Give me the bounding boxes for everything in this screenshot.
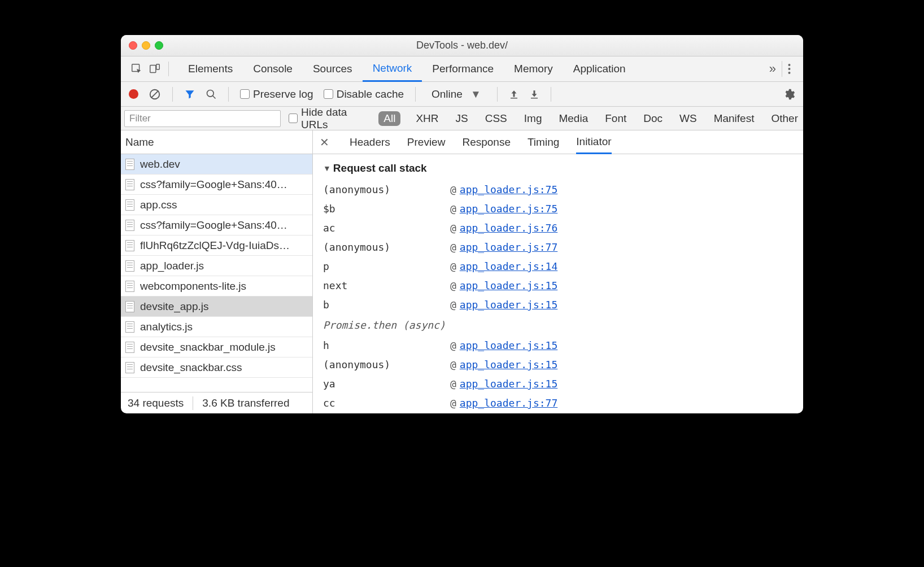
divider bbox=[193, 396, 193, 410]
name-column-header[interactable]: Name bbox=[121, 130, 312, 154]
download-icon[interactable] bbox=[529, 89, 539, 99]
request-name: webcomponents-lite.js bbox=[140, 280, 246, 293]
type-doc[interactable]: Doc bbox=[638, 111, 668, 126]
inspect-element-icon[interactable] bbox=[128, 60, 146, 78]
type-media[interactable]: Media bbox=[553, 111, 593, 126]
type-manifest[interactable]: Manifest bbox=[709, 111, 760, 126]
stack-frame: $b@app_loader.js:75 bbox=[323, 199, 793, 219]
throttling-select[interactable]: Online ▼ bbox=[427, 88, 486, 101]
tab-sources[interactable]: Sources bbox=[303, 56, 363, 82]
svg-point-8 bbox=[207, 90, 214, 97]
fn-name: b bbox=[323, 295, 450, 315]
request-row[interactable]: app_loader.js bbox=[121, 256, 312, 276]
at-sign: @ bbox=[450, 199, 456, 219]
divider bbox=[551, 87, 551, 102]
upload-icon[interactable] bbox=[509, 89, 519, 99]
request-name: app.css bbox=[140, 199, 177, 211]
tab-elements[interactable]: Elements bbox=[178, 56, 243, 82]
file-icon bbox=[125, 179, 134, 190]
tab-headers[interactable]: Headers bbox=[350, 130, 390, 154]
tab-timing[interactable]: Timing bbox=[528, 130, 559, 154]
tab-response[interactable]: Response bbox=[462, 130, 511, 154]
source-link[interactable]: app_loader.js:76 bbox=[460, 219, 557, 238]
detail-tabs: ✕ Headers Preview Response Timing Initia… bbox=[313, 130, 803, 154]
tab-network[interactable]: Network bbox=[363, 56, 422, 82]
tab-memory[interactable]: Memory bbox=[504, 56, 563, 82]
request-row[interactable]: css?family=Google+Sans:40… bbox=[121, 215, 312, 235]
search-icon[interactable] bbox=[206, 89, 217, 100]
at-sign: @ bbox=[450, 276, 456, 295]
filter-input[interactable]: Filter bbox=[124, 110, 281, 127]
disable-cache-checkbox[interactable]: Disable cache bbox=[324, 88, 404, 101]
checkbox-icon bbox=[324, 89, 333, 99]
throttling-value: Online bbox=[432, 88, 463, 101]
source-link[interactable]: app_loader.js:14 bbox=[460, 257, 557, 276]
fn-name: (anonymous) bbox=[323, 180, 450, 199]
request-row[interactable]: webcomponents-lite.js bbox=[121, 276, 312, 296]
filter-placeholder: Filter bbox=[129, 113, 151, 124]
request-name: app_loader.js bbox=[140, 260, 204, 272]
filter-icon[interactable] bbox=[184, 89, 195, 100]
tab-preview[interactable]: Preview bbox=[407, 130, 446, 154]
settings-gear-icon[interactable] bbox=[783, 88, 795, 101]
filter-bar: Filter Hide data URLs All XHR JS CSS Img… bbox=[121, 107, 803, 130]
request-row[interactable]: app.css bbox=[121, 195, 312, 215]
close-panel-icon[interactable]: ✕ bbox=[320, 136, 329, 149]
svg-rect-10 bbox=[511, 98, 517, 99]
tab-performance[interactable]: Performance bbox=[422, 56, 504, 82]
at-sign: @ bbox=[450, 355, 456, 374]
svg-line-7 bbox=[151, 90, 159, 98]
request-row[interactable]: analytics.js bbox=[121, 317, 312, 337]
request-row[interactable]: web.dev bbox=[121, 154, 312, 175]
type-xhr[interactable]: XHR bbox=[411, 111, 443, 126]
source-link[interactable]: app_loader.js:75 bbox=[460, 199, 557, 219]
at-sign: @ bbox=[450, 336, 456, 355]
type-other[interactable]: Other bbox=[766, 111, 803, 126]
tabs-overflow-icon[interactable]: » bbox=[764, 62, 782, 76]
request-row[interactable]: devsite_snackbar_module.js bbox=[121, 337, 312, 357]
tab-initiator[interactable]: Initiator bbox=[576, 130, 611, 154]
record-button[interactable] bbox=[129, 89, 138, 99]
disclosure-triangle-icon: ▼ bbox=[323, 164, 331, 173]
file-icon bbox=[125, 220, 134, 231]
async-boundary-label: Promise.then (async) bbox=[323, 315, 793, 336]
device-toolbar-icon[interactable] bbox=[146, 60, 164, 78]
chevron-down-icon: ▼ bbox=[470, 88, 481, 101]
at-sign: @ bbox=[450, 219, 456, 238]
kebab-menu-icon[interactable] bbox=[782, 61, 796, 77]
source-link[interactable]: app_loader.js:15 bbox=[460, 276, 557, 295]
file-icon bbox=[125, 301, 134, 312]
type-css[interactable]: CSS bbox=[480, 111, 512, 126]
source-link[interactable]: app_loader.js:77 bbox=[460, 238, 557, 257]
source-link[interactable]: app_loader.js:15 bbox=[460, 355, 557, 374]
tab-console[interactable]: Console bbox=[243, 56, 303, 82]
type-all[interactable]: All bbox=[378, 111, 400, 126]
request-row[interactable]: flUhRq6tzZclQEJ-Vdg-IuiaDs… bbox=[121, 235, 312, 256]
source-link[interactable]: app_loader.js:15 bbox=[460, 295, 557, 315]
type-img[interactable]: Img bbox=[519, 111, 547, 126]
request-row[interactable]: css?family=Google+Sans:40… bbox=[121, 175, 312, 195]
source-link[interactable]: app_loader.js:15 bbox=[460, 374, 557, 394]
main-tabbar: Elements Console Sources Network Perform… bbox=[121, 56, 803, 82]
type-ws[interactable]: WS bbox=[674, 111, 702, 126]
type-js[interactable]: JS bbox=[451, 111, 473, 126]
divider bbox=[172, 87, 173, 102]
callstack-header[interactable]: ▼ Request call stack bbox=[323, 162, 793, 175]
request-row[interactable]: devsite_app.js bbox=[121, 296, 312, 317]
divider bbox=[168, 62, 169, 76]
tab-application[interactable]: Application bbox=[563, 56, 636, 82]
disable-cache-label: Disable cache bbox=[337, 88, 404, 101]
divider bbox=[415, 87, 416, 102]
hide-data-urls-label: Hide data URLs bbox=[301, 106, 373, 131]
source-link[interactable]: app_loader.js:15 bbox=[460, 336, 557, 355]
preserve-log-checkbox[interactable]: Preserve log bbox=[240, 88, 313, 101]
file-icon bbox=[125, 362, 134, 373]
status-transferred: 3.6 KB transferred bbox=[202, 397, 289, 409]
type-font[interactable]: Font bbox=[600, 111, 631, 126]
request-row[interactable]: devsite_snackbar.css bbox=[121, 357, 312, 378]
request-detail-panel: ✕ Headers Preview Response Timing Initia… bbox=[313, 130, 803, 413]
source-link[interactable]: app_loader.js:77 bbox=[460, 394, 557, 413]
hide-data-urls-checkbox[interactable]: Hide data URLs bbox=[289, 106, 373, 131]
clear-icon[interactable] bbox=[149, 88, 161, 101]
source-link[interactable]: app_loader.js:75 bbox=[460, 180, 557, 199]
